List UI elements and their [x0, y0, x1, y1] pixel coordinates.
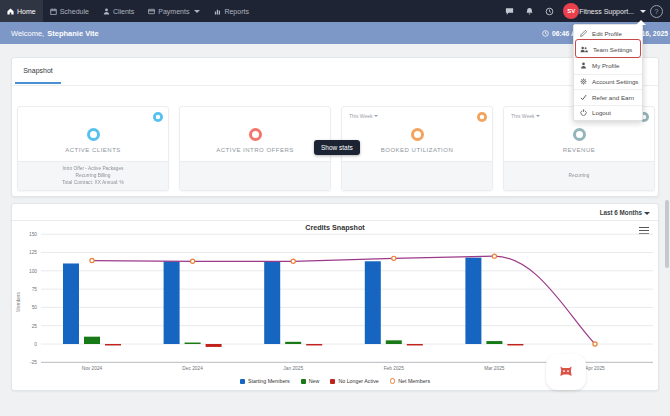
menu-item-refer-and-earn[interactable]: Refer and Earn	[574, 89, 642, 105]
nav-item-payments[interactable]: Payments	[141, 0, 207, 22]
legend-item[interactable]: Net Members	[390, 378, 430, 384]
history-button[interactable]	[539, 7, 559, 16]
svg-text:Jan 2025: Jan 2025	[283, 366, 303, 371]
home-icon	[7, 8, 14, 15]
show-stats-button[interactable]: Show stats	[314, 140, 360, 155]
donut-icon	[87, 128, 100, 141]
menu-item-edit-profile[interactable]: Edit Profile	[574, 25, 642, 41]
help-icon: ?	[655, 8, 659, 15]
svg-text:-25: -25	[30, 360, 37, 365]
support-mascot-button[interactable]	[546, 354, 586, 390]
legend-label: No Longer Active	[338, 378, 378, 384]
card-badge[interactable]	[477, 112, 487, 122]
legend-item[interactable]: No Longer Active	[330, 378, 378, 384]
svg-text:25: 25	[32, 324, 38, 329]
account-menu-trigger[interactable]: Fitness Support...	[579, 8, 648, 15]
chevron-down-icon	[194, 10, 200, 13]
nav-label: Schedule	[60, 8, 89, 15]
legend-item[interactable]: New	[301, 378, 320, 384]
bar-chart-icon	[214, 8, 221, 15]
period-label: This Week	[511, 113, 535, 119]
account-label: Fitness Support...	[579, 8, 634, 15]
svg-text:Apr 2025: Apr 2025	[585, 366, 605, 371]
chevron-down-icon	[536, 115, 540, 117]
card-footer: Recurring	[504, 161, 654, 190]
menu-item-my-profile[interactable]: My Profile	[574, 58, 642, 74]
card-active-intro-offers: ACTIVE INTRO OFFERS	[179, 106, 331, 191]
svg-text:Dec 2024: Dec 2024	[182, 366, 203, 371]
chevron-down-icon	[640, 10, 646, 13]
menu-item-team-settings[interactable]: Team Settings	[574, 41, 642, 57]
top-navbar: Home Schedule Clients Payments Reports S…	[0, 0, 670, 22]
svg-text:Nov 2024: Nov 2024	[82, 366, 103, 371]
mascot-icon	[557, 364, 575, 380]
scrollbar-thumb[interactable]	[665, 200, 669, 268]
period-selector[interactable]: This Week	[511, 113, 540, 119]
legend-marker-square	[301, 379, 306, 384]
navbar-right: SV Fitness Support... ?	[499, 0, 670, 22]
svg-text:Mar 2025: Mar 2025	[484, 366, 505, 371]
donut-icon	[411, 128, 424, 141]
nav-item-clients[interactable]: Clients	[96, 0, 141, 22]
svg-text:50: 50	[32, 305, 38, 310]
donut-icon	[573, 128, 586, 141]
svg-text:150: 150	[29, 232, 37, 237]
footer-line: Intro Offer - Active Packages	[18, 165, 168, 172]
pencil-icon	[580, 30, 587, 37]
tab-snapshot[interactable]: Snapshot	[15, 62, 61, 84]
card-active-clients: ACTIVE CLIENTS Intro Offer - Active Pack…	[17, 106, 169, 191]
menu-label: Team Settings	[593, 46, 632, 53]
menu-label: Account Settings	[592, 78, 638, 85]
legend-label: Starting Members	[248, 378, 290, 384]
period-selector[interactable]: This Week	[349, 113, 378, 119]
card-badge[interactable]	[153, 112, 163, 122]
card-title: ACTIVE INTRO OFFERS	[180, 147, 330, 153]
card-title: ACTIVE CLIENTS	[18, 147, 168, 153]
notifications-button[interactable]	[519, 7, 539, 16]
nav-label: Clients	[113, 8, 134, 15]
menu-item-account-settings[interactable]: Account Settings	[574, 74, 642, 90]
nav-item-reports[interactable]: Reports	[207, 0, 256, 22]
welcome-name: Stephanie Vite	[47, 29, 99, 38]
footer-line: Recurring	[504, 172, 654, 179]
period-label: This Week	[349, 113, 373, 119]
help-button[interactable]: ?	[650, 5, 663, 18]
calendar-icon	[50, 8, 57, 15]
card-footer: Intro Offer - Active Packages Recurring …	[18, 161, 168, 190]
card-title: BOOKED UTILIZATION	[342, 147, 492, 153]
svg-text:100: 100	[29, 269, 37, 274]
menu-label: Edit Profile	[592, 30, 622, 37]
card-booked-utilization: This Week BOOKED UTILIZATION	[341, 106, 493, 191]
nav-item-schedule[interactable]: Schedule	[43, 0, 96, 22]
svg-text:0: 0	[34, 342, 37, 347]
svg-text:Members: Members	[16, 291, 21, 312]
legend-marker-square	[240, 379, 245, 384]
avatar[interactable]: SV	[563, 3, 579, 19]
chat-button[interactable]	[499, 7, 519, 16]
person-icon	[103, 8, 110, 15]
menu-item-logout[interactable]: Logout	[574, 105, 642, 121]
card-icon	[148, 8, 155, 15]
card-footer	[342, 161, 492, 190]
card-title: REVENUE	[504, 147, 654, 153]
legend-label: New	[309, 378, 320, 384]
chat-icon	[505, 7, 514, 16]
gear-icon	[580, 78, 587, 85]
check-icon	[580, 94, 587, 101]
nav-label: Home	[17, 8, 36, 15]
nav-item-home[interactable]: Home	[0, 0, 43, 22]
legend-marker-circle	[390, 378, 396, 384]
tabs-divider	[12, 85, 658, 86]
account-dropdown: Edit Profile Team Settings My Profile Ac…	[573, 24, 643, 121]
clock-icon	[542, 30, 549, 37]
card-footer	[180, 161, 330, 190]
footer-line: Total Contract: XX Annual: %	[18, 179, 168, 186]
bell-icon	[525, 7, 534, 16]
menu-label: My Profile	[592, 62, 620, 69]
clock-icon	[545, 7, 554, 16]
chevron-down-icon	[374, 115, 378, 117]
credits-snapshot-chart: 1501251007550250-25MembersNov 2024Dec 20…	[12, 204, 660, 376]
svg-text:75: 75	[32, 287, 38, 292]
legend-item[interactable]: Starting Members	[240, 378, 290, 384]
legend-marker-square	[330, 379, 335, 384]
